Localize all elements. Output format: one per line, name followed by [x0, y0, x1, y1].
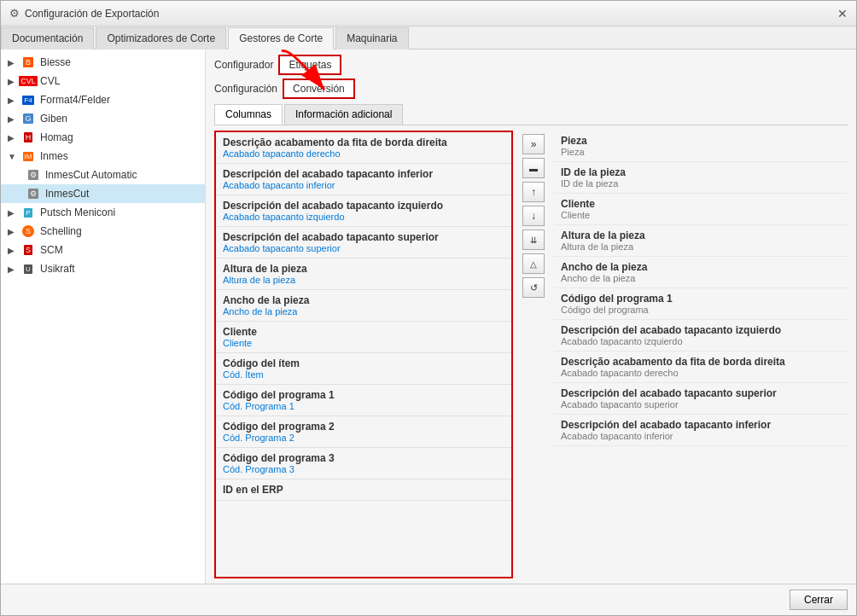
item-sub: Acabado tapacanto izquierdo [223, 212, 504, 222]
sidebar-label-usikraft: Usikraft [40, 263, 198, 275]
bottom-bar: Cerrar [1, 584, 856, 615]
sidebar-item-homag[interactable]: ▶ H Homag [1, 128, 205, 147]
sidebar-label-giben: Giben [40, 113, 198, 125]
tab-optimizadores[interactable]: Optimizadores de Corte [96, 27, 226, 49]
list-item[interactable]: Código del ítem Cód. Ítem [216, 353, 511, 385]
list-item[interactable]: Descripción del acabado tapacanto inferi… [216, 164, 511, 195]
sidebar-item-inmescut[interactable]: ⚙ InmesCut [1, 184, 205, 203]
refresh-button[interactable]: ↺ [522, 277, 545, 298]
item-title: Pieza [561, 135, 841, 147]
right-list-item[interactable]: Descripción del acabado tapacanto superi… [554, 383, 848, 415]
homag-icon: H [20, 131, 37, 144]
item-title: Ancho de la pieza [223, 294, 504, 306]
cvl-icon: CVL [20, 74, 37, 88]
schelling-icon: S [20, 224, 37, 238]
list-item[interactable]: ID en el ERP [216, 479, 511, 501]
item-sub: Cliente [561, 210, 841, 220]
move-top-button[interactable]: △ [522, 253, 545, 274]
move-up-button[interactable]: ↑ [522, 182, 545, 202]
window-close-button[interactable]: ✕ [837, 7, 848, 20]
right-list-item[interactable]: Código del programa 1 Código del program… [554, 288, 848, 320]
item-sub: Cliente [223, 338, 504, 348]
sidebar-label-putsch: Putsch Meniconi [40, 206, 198, 218]
tab-conversion[interactable]: Conversión [283, 78, 355, 99]
right-list-item[interactable]: Descripción del acabado tapacanto inferi… [554, 415, 848, 446]
right-list-item[interactable]: ID de la pieza ID de la pieza [554, 162, 848, 194]
list-item[interactable]: Descripción del acabado tapacanto superi… [216, 227, 511, 259]
list-item[interactable]: Código del programa 3 Cód. Programa 3 [216, 448, 511, 479]
item-title: Descrição acabamento da fita de borda di… [561, 356, 841, 368]
tab-documentacion[interactable]: Documentación [1, 27, 94, 49]
configurador-label: Configurador [214, 59, 273, 71]
item-sub: Acabado tapacanto superior [561, 399, 841, 410]
giben-icon: G [20, 112, 37, 125]
item-sub: Ancho de la pieza [561, 273, 841, 283]
item-sub: Ancho de la pieza [223, 306, 504, 317]
list-item[interactable]: Código del programa 2 Cód. Programa 2 [216, 416, 511, 448]
close-button[interactable]: Cerrar [790, 590, 848, 610]
list-item[interactable]: Cliente Cliente [216, 322, 511, 353]
biesse-icon: B [20, 55, 37, 69]
move-bottom-button[interactable]: ⇊ [522, 230, 545, 250]
tab-gestores[interactable]: Gestores de Corte [228, 27, 334, 49]
sidebar-label-inmes: Inmes [40, 150, 198, 162]
sidebar: ▶ B Biesse ▶ CVL CVL ▶ F4 Format4/Felder… [1, 49, 206, 584]
sidebar-item-scm[interactable]: ▶ S SCM [1, 241, 205, 259]
sidebar-item-inmescut-auto[interactable]: ⚙ InmesCut Automatic [1, 166, 205, 184]
tab-columnas[interactable]: Columnas [214, 104, 283, 125]
left-list-scroll[interactable]: Descrição acabamento da fita de borda di… [216, 132, 511, 577]
item-sub: Acabado tapacanto derecho [561, 368, 841, 378]
right-panel: Configurador Etiquetas Configuración Con… [206, 49, 856, 584]
item-title: Descripción del acabado tapacanto superi… [223, 231, 504, 243]
list-item[interactable]: Ancho de la pieza Ancho de la pieza [216, 290, 511, 322]
expand-icon: ▶ [8, 227, 20, 236]
sidebar-label-inmescut: InmesCut [45, 188, 198, 200]
right-list: Pieza Pieza ID de la pieza ID de la piez… [554, 131, 848, 578]
remove-button[interactable]: ▬ [522, 158, 545, 178]
sidebar-item-usikraft[interactable]: ▶ U Usikraft [1, 259, 205, 278]
right-list-item[interactable]: Cliente Cliente [554, 194, 848, 225]
columns-area: Descrição acabamento da fita de borda di… [214, 131, 848, 578]
sidebar-item-putsch[interactable]: ▶ P Putsch Meniconi [1, 203, 205, 222]
gear-icon: ⚙ [25, 187, 42, 200]
right-list-item[interactable]: Pieza Pieza [554, 131, 848, 162]
item-sub: Acabado tapacanto superior [223, 243, 504, 253]
item-sub: Acabado tapacanto izquierdo [561, 336, 841, 346]
sidebar-item-cvl[interactable]: ▶ CVL CVL [1, 72, 205, 90]
list-item[interactable]: Descrição acabamento da fita de borda di… [216, 132, 511, 164]
list-item[interactable]: Código del programa 1 Cód. Programa 1 [216, 385, 511, 416]
configuracion-label: Configuración [214, 83, 277, 95]
move-down-button[interactable]: ↓ [522, 206, 545, 226]
tab-maquinaria[interactable]: Maquinaria [335, 27, 408, 49]
columns-tabs: Columnas Información adicional [214, 104, 848, 125]
sub-tabs-row2: Configuración Conversión [214, 78, 848, 99]
right-list-item[interactable]: Descripción del acabado tapacanto izquie… [554, 320, 848, 352]
item-sub: Pieza [561, 147, 841, 157]
sidebar-item-biesse[interactable]: ▶ B Biesse [1, 53, 205, 72]
list-item[interactable]: Altura de la pieza Altura de la pieza [216, 259, 511, 290]
right-list-item[interactable]: Descrição acabamento da fita de borda di… [554, 352, 848, 383]
item-sub: Acabado tapacanto inferior [561, 431, 841, 441]
tab-etiquetas[interactable]: Etiquetas [278, 55, 341, 75]
inmes-icon: IM [20, 149, 37, 163]
main-window: ⚙ Configuración de Exportación ✕ Documen… [0, 0, 857, 616]
expand-icon: ▶ [8, 208, 20, 218]
item-title: Código del ítem [223, 357, 504, 369]
sidebar-label-schelling: Schelling [40, 225, 198, 237]
sidebar-item-schelling[interactable]: ▶ S Schelling [1, 222, 205, 241]
sidebar-label-homag: Homag [40, 131, 198, 143]
right-list-item[interactable]: Altura de la pieza Altura de la pieza [554, 225, 848, 257]
item-title: Descripción del acabado tapacanto superi… [561, 387, 841, 399]
sidebar-item-format[interactable]: ▶ F4 Format4/Felder [1, 90, 205, 109]
sidebar-item-inmes[interactable]: ▼ IM Inmes [1, 147, 205, 166]
tab-info-adicional[interactable]: Información adicional [284, 104, 403, 125]
right-list-item[interactable]: Ancho de la pieza Ancho de la pieza [554, 257, 848, 288]
title-bar: ⚙ Configuración de Exportación ✕ [1, 1, 856, 26]
item-title: Código del programa 2 [223, 421, 504, 433]
add-all-button[interactable]: » [522, 134, 545, 154]
sidebar-item-giben[interactable]: ▶ G Giben [1, 109, 205, 128]
item-title: ID en el ERP [223, 484, 504, 496]
sidebar-label-format: Format4/Felder [40, 94, 198, 106]
list-item[interactable]: Descripción del acabado tapacanto izquie… [216, 195, 511, 227]
window-title: Configuración de Exportación [25, 8, 159, 20]
